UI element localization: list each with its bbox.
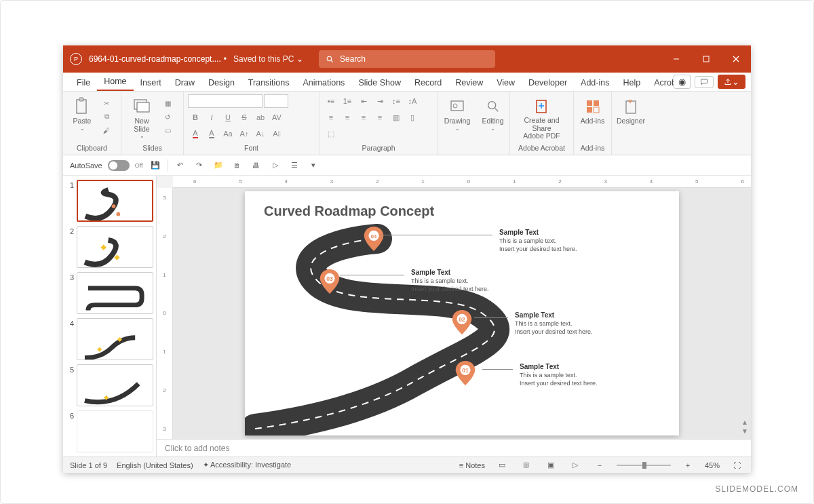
format-painter-icon[interactable]: 🖌 [100,124,113,136]
language-indicator[interactable]: English (United States) [117,461,193,469]
align-text-button[interactable]: ▯ [405,111,420,124]
char-spacing-button[interactable]: AV [269,111,284,124]
slide-canvas[interactable]: Curved Roadmap Concept 01 02 03 04 [173,188,751,439]
bullets-button[interactable]: •≡ [324,94,338,108]
change-case-button[interactable]: Aa [220,127,235,140]
clear-format-button[interactable]: A⃠ [269,127,284,140]
thumbnail-6[interactable]: 6 [66,410,153,452]
thumbnail-5[interactable]: 5 [66,364,153,406]
share-button[interactable]: ⌄ [718,75,745,89]
thumbnail-3[interactable]: 3 [66,272,153,314]
tab-insert[interactable]: Insert [134,74,168,91]
addins-button[interactable]: Add-ins [578,94,607,140]
sorter-view-icon[interactable]: ⊞ [519,459,534,471]
search-input[interactable]: Search [319,50,495,68]
accessibility-indicator[interactable]: ✦ Accessibility: Investigate [203,461,292,469]
thumbnail-1[interactable]: 1 [66,180,153,222]
tab-design[interactable]: Design [201,74,241,91]
paste-button[interactable]: Paste⌄ [67,94,97,140]
shadow-button[interactable]: ab [253,111,268,124]
marker-02[interactable]: 02 [452,310,472,336]
callout-01[interactable]: Sample Text This is a sample text.Insert… [520,363,598,387]
highlight-button[interactable]: A [204,127,219,140]
adobe-pdf-button[interactable]: Create and Share Adobe PDF [514,94,569,140]
align-left-button[interactable]: ≡ [324,111,338,124]
layout-icon[interactable]: ▦ [161,97,174,109]
thumbnail-4[interactable]: 4 [66,318,153,360]
save-status[interactable]: Saved to this PC [233,54,294,64]
notes-pane[interactable]: Click to add notes [157,439,751,457]
tab-record[interactable]: Record [408,74,448,91]
tab-help[interactable]: Help [616,74,647,91]
tab-transitions[interactable]: Transitions [241,74,296,91]
slide[interactable]: Curved Roadmap Concept 01 02 03 04 [245,191,679,435]
smartart-button[interactable]: ⬚ [324,127,338,140]
font-size-select[interactable] [264,94,288,108]
comments-button[interactable] [695,76,714,88]
font-name-select[interactable] [188,94,263,108]
notes-button[interactable]: ≡ Notes [459,461,485,469]
tab-draw[interactable]: Draw [168,74,201,91]
marker-01[interactable]: 01 [455,361,476,387]
italic-button[interactable]: I [204,111,219,124]
slide-thumbnails[interactable]: 1 2 3 4 5 6 [63,176,157,457]
zoom-in-button[interactable]: + [680,459,695,471]
zoom-percent[interactable]: 45% [705,461,720,469]
callout-02[interactable]: Sample Text This is a sample text.Insert… [515,311,593,336]
grow-font-button[interactable]: A↑ [237,127,252,140]
editing-button[interactable]: Editing⌄ [480,94,505,140]
next-slide-icon[interactable]: ▼ [741,427,748,435]
new-slide-button[interactable]: New Slide⌄ [125,94,158,140]
maximize-button[interactable] [691,45,721,73]
autosave-toggle[interactable] [108,160,130,171]
touch-mode-icon[interactable]: ☰ [288,159,301,172]
slide-indicator[interactable]: Slide 1 of 9 [70,461,107,469]
strike-button[interactable]: S [237,111,252,124]
prev-slide-icon[interactable]: ▲ [741,419,748,426]
slideshow-view-icon[interactable]: ▷ [568,459,583,471]
normal-view-icon[interactable]: ▭ [495,459,509,471]
copy-icon[interactable]: ⧉ [100,111,113,123]
indent-in-button[interactable]: ⇥ [372,94,387,108]
tab-view[interactable]: View [490,74,522,91]
tab-slideshow[interactable]: Slide Show [351,74,408,91]
record-indicator[interactable]: ◉ [674,75,691,89]
align-right-button[interactable]: ≡ [356,111,371,124]
tab-addins[interactable]: Add-ins [574,74,616,91]
marker-03[interactable]: 03 [319,269,340,295]
new-file-icon[interactable]: 🗎 [231,159,244,172]
close-button[interactable] [721,45,751,73]
from-beginning-icon[interactable]: ▷ [269,159,282,172]
text-direction-button[interactable]: ↕A [405,94,420,108]
cut-icon[interactable]: ✂ [100,97,113,109]
marker-04[interactable]: 04 [364,227,384,252]
tab-file[interactable]: File [70,74,97,91]
callout-03[interactable]: Sample Text This is a sample text.Insert… [411,269,489,293]
shrink-font-button[interactable]: A↓ [253,127,268,140]
chevron-down-icon[interactable]: ⌄ [296,54,303,64]
columns-button[interactable]: ▥ [389,111,404,124]
tab-review[interactable]: Review [448,74,490,91]
undo-icon[interactable]: ↶ [174,159,187,172]
section-icon[interactable]: ▭ [161,124,174,136]
save-icon[interactable]: 💾 [149,159,162,172]
underline-button[interactable]: U [220,111,235,124]
fit-window-icon[interactable]: ⛶ [729,459,744,471]
more-commands-icon[interactable]: ▾ [307,159,320,172]
justify-button[interactable]: ≡ [372,111,387,124]
open-icon[interactable]: 📁 [212,159,225,172]
line-spacing-button[interactable]: ↕≡ [389,94,404,108]
tab-animations[interactable]: Animations [296,74,352,91]
reset-icon[interactable]: ↺ [161,111,174,123]
align-center-button[interactable]: ≡ [340,111,355,124]
print-icon[interactable]: 🖶 [250,159,263,172]
tab-developer[interactable]: Developer [522,74,574,91]
numbering-button[interactable]: 1≡ [340,94,355,108]
zoom-out-button[interactable]: − [592,459,607,471]
minimize-button[interactable] [661,45,691,73]
designer-button[interactable]: Designer [616,94,646,140]
callout-04[interactable]: Sample Text This is a sample text.Insert… [499,229,577,253]
indent-out-button[interactable]: ⇤ [356,94,371,108]
zoom-slider[interactable] [617,465,671,466]
redo-icon[interactable]: ↷ [193,159,206,172]
